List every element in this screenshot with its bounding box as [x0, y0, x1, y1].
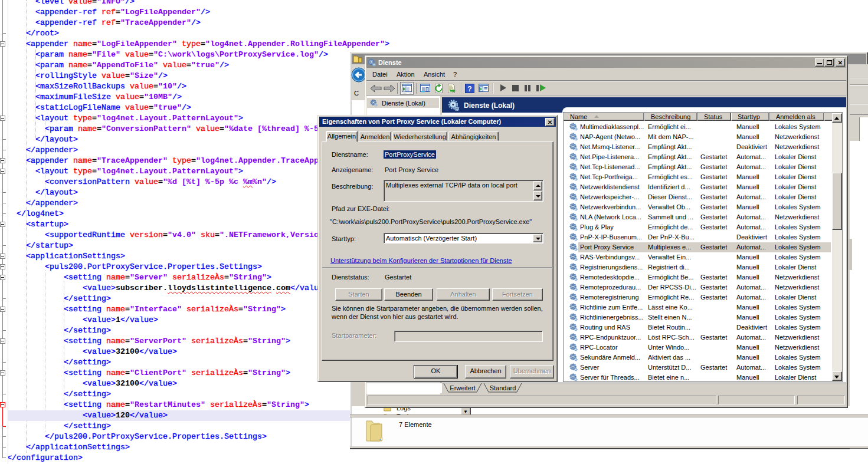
svg-text:Standard: Standard	[490, 384, 516, 391]
svg-text:Erweitert: Erweitert	[450, 384, 475, 391]
